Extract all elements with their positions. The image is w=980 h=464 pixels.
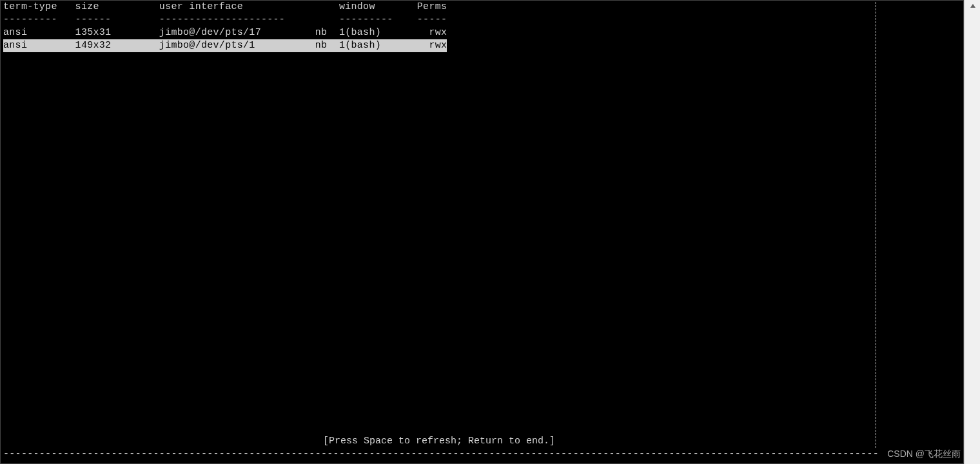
bottom-dash-row: ----------------------------------------…	[3, 449, 877, 459]
header-dash-row: --------- ------ --------------------- -…	[3, 14, 963, 26]
header-row: term-type size user interface window Per…	[3, 1, 963, 14]
table-row[interactable]: ansi 149x32 jimbo@/dev/pts/1 nb 1(bash) …	[3, 39, 963, 52]
terminal-window: term-type size user interface window Per…	[0, 0, 964, 464]
scroll-track[interactable]	[965, 14, 980, 464]
scrollbar[interactable]	[964, 0, 980, 464]
watermark: CSDN @飞花丝雨	[887, 449, 961, 460]
status-hint: [Press Space to refresh; Return to end.]	[1, 436, 877, 447]
vertical-divider	[876, 2, 876, 448]
table-row[interactable]: ansi 135x31 jimbo@/dev/pts/17 nb 1(bash)…	[3, 26, 963, 39]
terminal-content[interactable]: term-type size user interface window Per…	[1, 1, 963, 463]
scroll-up-icon[interactable]	[965, 0, 980, 14]
